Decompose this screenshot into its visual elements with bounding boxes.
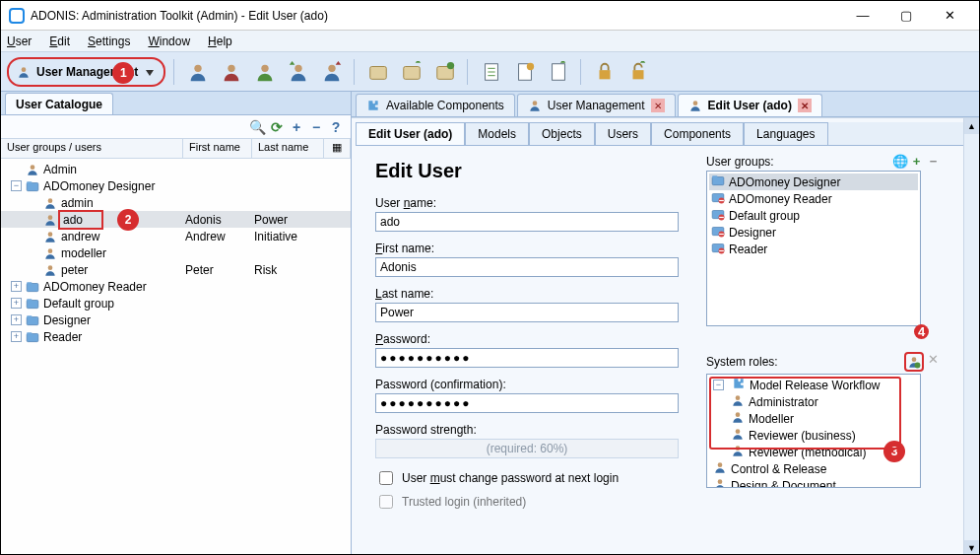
menu-settings[interactable]: Settings — [88, 35, 130, 48]
checkbox-trusted-login-box[interactable] — [379, 495, 393, 509]
remove-icon[interactable]: − — [307, 118, 325, 136]
add-icon[interactable]: + — [288, 118, 305, 136]
tool-export-user[interactable] — [318, 58, 346, 86]
role-row[interactable]: Modeller — [709, 410, 918, 427]
password-strength-meter: (required: 60%) — [375, 439, 679, 458]
tool-lock-open[interactable] — [624, 58, 652, 86]
menu-user[interactable]: User — [7, 35, 32, 48]
tree-row[interactable]: +ADOmoney Reader — [1, 278, 351, 295]
form-area: Edit User User name: ado First name: Ado… — [356, 146, 979, 516]
groups-remove-icon[interactable]: − — [926, 154, 941, 169]
tree-row[interactable]: Admin — [1, 161, 351, 177]
svg-point-21 — [48, 232, 53, 237]
tool-edit-user[interactable] — [251, 58, 279, 86]
tool-group-2[interactable] — [398, 58, 425, 86]
tool-doc-2[interactable] — [511, 58, 539, 86]
editor-subtab[interactable]: Components — [651, 122, 744, 145]
tree-row[interactable]: −ADOmoney Designer — [1, 177, 351, 194]
group-row[interactable]: ADOmoney Reader — [709, 190, 918, 207]
checkbox-trusted-login[interactable]: Trusted login (inherited) — [375, 492, 690, 512]
groups-add-icon[interactable]: + — [909, 154, 924, 169]
tree-row[interactable]: peterPeterRisk — [1, 261, 351, 278]
group-row[interactable]: ADOmoney Designer — [709, 173, 918, 190]
col-header-extra[interactable]: ▦ — [324, 139, 351, 158]
close-button[interactable]: ✕ — [928, 2, 971, 30]
editor-subtab[interactable]: Edit User (ado) — [356, 122, 465, 145]
svg-rect-30 — [27, 333, 38, 341]
col-header-firstname[interactable]: First name — [183, 139, 252, 158]
tree-row[interactable]: +Reader — [1, 328, 351, 345]
group-row[interactable]: Designer — [709, 224, 918, 241]
tree-label: peter — [61, 263, 88, 277]
svg-rect-47 — [719, 250, 724, 251]
editor-tab[interactable]: User Management✕ — [517, 94, 676, 116]
role-row[interactable]: Design & Document — [709, 477, 918, 488]
editor-subtab[interactable]: Languages — [744, 122, 827, 145]
tree-row[interactable]: andrewAndrewInitiative — [1, 228, 351, 244]
group-row[interactable]: Default group — [709, 207, 918, 224]
col-header-users[interactable]: User groups / users — [1, 139, 183, 158]
role-row[interactable]: Reviewer (business) — [709, 427, 918, 444]
col-header-lastname[interactable]: Last name — [252, 139, 324, 158]
editor-subtab[interactable]: Users — [595, 122, 651, 145]
mode-dropdown[interactable]: User Management 1 — [7, 57, 165, 87]
checkbox-must-change[interactable]: User must change password at next login — [375, 468, 690, 488]
tool-lock[interactable] — [591, 58, 619, 86]
tool-group-1[interactable] — [364, 58, 392, 86]
menu-edit[interactable]: Edit — [49, 35, 70, 48]
role-row[interactable]: −Model Release Workflow — [709, 377, 918, 393]
tree-row[interactable]: admin — [1, 194, 351, 211]
vertical-scrollbar[interactable]: ▲ ▼ — [963, 118, 979, 555]
tree-row[interactable]: adoAdonisPower2 — [1, 211, 351, 228]
input-password[interactable]: ●●●●●●●●●● — [375, 348, 679, 368]
input-password-confirm[interactable]: ●●●●●●●●●● — [375, 393, 679, 413]
groups-status-icon[interactable]: 🌐 — [892, 154, 907, 169]
input-lastname[interactable]: Power — [375, 303, 679, 322]
svg-point-2 — [229, 64, 235, 71]
tree-row[interactable]: +Default group — [1, 295, 351, 312]
checkbox-must-change-box[interactable] — [379, 471, 393, 485]
user-tree[interactable]: Admin−ADOmoney DesigneradminadoAdonisPow… — [1, 159, 351, 555]
tab-close-icon[interactable]: ✕ — [651, 99, 665, 112]
expander-icon[interactable]: + — [11, 314, 22, 325]
find-icon[interactable]: 🔍 — [248, 118, 266, 136]
refresh-icon[interactable]: ⟳ — [268, 118, 286, 136]
maximize-button[interactable]: ▢ — [884, 2, 928, 30]
tree-row[interactable]: modeller — [1, 244, 351, 261]
roles-add-icon[interactable] — [904, 352, 924, 372]
tool-delete-user[interactable] — [218, 58, 245, 86]
expander-icon[interactable]: − — [11, 180, 22, 191]
tab-user-catalogue[interactable]: User Catalogue — [5, 93, 113, 114]
role-row[interactable]: Control & Release — [709, 460, 918, 477]
expander-icon[interactable]: + — [11, 331, 22, 342]
group-row[interactable]: Reader — [709, 241, 918, 257]
tool-doc-3[interactable] — [545, 58, 572, 86]
editor-subtab[interactable]: Objects — [529, 122, 595, 145]
minimize-button[interactable]: — — [841, 2, 884, 30]
editor-tab[interactable]: Available Components — [356, 94, 515, 116]
tool-group-3[interactable] — [431, 58, 459, 86]
expander-icon[interactable]: − — [713, 380, 724, 390]
system-roles-list[interactable]: −Model Release WorkflowAdministratorMode… — [706, 374, 921, 488]
tree-row[interactable]: +Designer — [1, 312, 351, 328]
expander-icon[interactable]: + — [11, 298, 22, 309]
tool-import-user[interactable] — [285, 58, 312, 86]
editor-subtab[interactable]: Models — [465, 122, 529, 145]
tool-add-user[interactable] — [184, 58, 212, 86]
help-icon[interactable]: ? — [327, 118, 345, 136]
scroll-down-button[interactable]: ▼ — [964, 540, 979, 555]
tab-close-icon[interactable]: ✕ — [798, 99, 812, 112]
folder-icon — [711, 207, 725, 224]
roles-remove-icon[interactable]: ✕ — [926, 352, 941, 367]
editor-tab[interactable]: Edit User (ado)✕ — [678, 94, 822, 116]
user-groups-list[interactable]: ADOmoney DesignerADOmoney ReaderDefault … — [706, 171, 921, 326]
role-row[interactable]: Administrator — [709, 393, 918, 410]
svg-point-3 — [262, 64, 269, 71]
menu-window[interactable]: Window — [148, 35, 190, 48]
scroll-up-button[interactable]: ▲ — [964, 118, 979, 134]
tool-doc-1[interactable] — [478, 58, 505, 86]
input-firstname[interactable]: Adonis — [375, 257, 679, 277]
expander-icon[interactable]: + — [11, 281, 22, 292]
menu-help[interactable]: Help — [208, 35, 232, 48]
input-username[interactable]: ado — [375, 212, 679, 232]
